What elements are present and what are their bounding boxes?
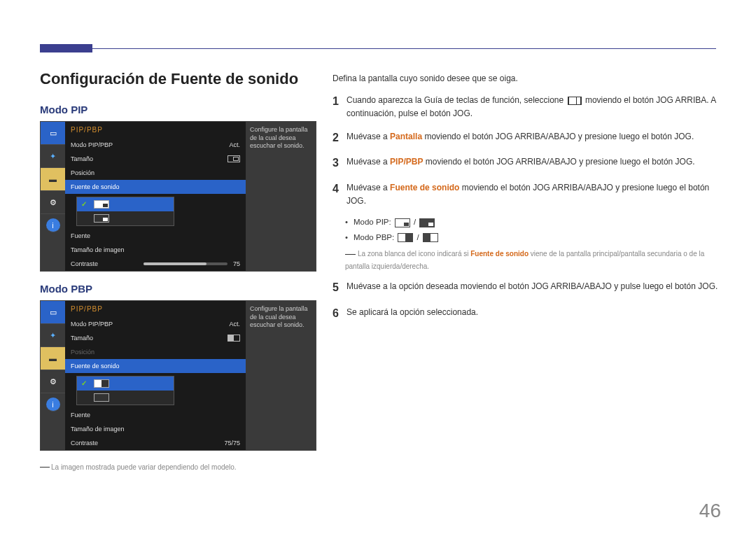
osd-row-contraste: Contraste75 <box>65 257 246 271</box>
pip-sub-icon <box>94 214 109 223</box>
monitor-icon: ▭ <box>41 122 65 145</box>
osd-row-posicion: Posición <box>65 345 246 359</box>
header-rule <box>40 48 716 49</box>
dropdown-option-sub <box>77 211 174 225</box>
check-icon: ✓ <box>81 200 90 209</box>
osd-sidebar: ▭ ✦ ▬ ⚙ i <box>41 301 65 450</box>
osd-row-mode: Modo PIP/PBPAct. <box>65 138 246 152</box>
check-icon: ✓ <box>81 379 90 388</box>
pip-sub-chip-icon <box>419 218 435 227</box>
mode-pbp-heading: Modo PBP <box>40 283 320 295</box>
pbp-right-chip-icon <box>423 233 438 242</box>
step-5: 5 Muévase a la opción deseada moviendo e… <box>332 279 724 297</box>
pip-main-chip-icon <box>395 218 410 227</box>
osd-screenshot-pip: ▭ ✦ ▬ ⚙ i PIP/PBP Modo PIP/PBPAct. Tamañ… <box>40 121 316 272</box>
osd-row-tam-imagen: Tamaño de imagen <box>65 422 246 436</box>
osd-header: PIP/PBP <box>65 122 246 138</box>
intro-text: Defina la pantalla cuyo sonido desee que… <box>332 72 724 85</box>
step-3: 3 Muévase a PIP/PBP moviendo el botón JO… <box>332 154 724 172</box>
osd-row-fuente-sonido: Fuente de sonido <box>65 180 246 194</box>
info-icon: i <box>46 398 60 412</box>
dropdown-option-left: ✓ <box>77 377 174 391</box>
info-icon: i <box>46 218 60 232</box>
dpad-icon: ✦ <box>41 145 65 168</box>
right-column: Defina la pantalla cuyo sonido desee que… <box>332 72 724 330</box>
osd-header: PIP/PBP <box>65 301 246 317</box>
osd-row-tam-imagen: Tamaño de imagen <box>65 243 246 257</box>
icon-explanation-note: ―La zona blanca del icono indicará si Fu… <box>345 246 724 272</box>
dropdown-option-right <box>77 391 174 405</box>
step-4: 4 Muévase a Fuente de sonido moviendo el… <box>332 180 724 208</box>
step-2: 2 Muévase a Pantalla moviendo el botón J… <box>332 129 724 147</box>
dpad-icon: ✦ <box>41 324 65 347</box>
osd-help-text: Configure la pantalla de la cual desea e… <box>246 301 316 450</box>
step-1: 1 Cuando aparezca la Guía de teclas de f… <box>332 92 724 120</box>
osd-menu: PIP/PBP Modo PIP/PBPAct. Tamaño Posición… <box>65 301 246 450</box>
gear-icon: ⚙ <box>41 191 65 214</box>
osd-row-mode: Modo PIP/PBPAct. <box>65 317 246 331</box>
osd-dropdown: ✓ <box>65 194 246 229</box>
osd-row-fuente: Fuente <box>65 229 246 243</box>
monitor-icon: ▭ <box>41 301 65 324</box>
osd-row-posicion: Posición <box>65 166 246 180</box>
image-footnote: ―La imagen mostrada puede variar dependi… <box>40 461 320 472</box>
mode-pip-heading: Modo PIP <box>40 104 320 115</box>
osd-dropdown: ✓ <box>65 373 246 408</box>
bullet-modo-pip: Modo PIP: / <box>345 216 724 228</box>
dropdown-option-main: ✓ <box>77 197 174 211</box>
size-icon <box>227 335 240 342</box>
section-title: Configuración de Fuente de sonido <box>40 70 320 88</box>
card-icon: ▬ <box>41 168 65 191</box>
function-key-icon <box>568 97 582 105</box>
osd-row-tamano: Tamaño <box>65 331 246 345</box>
contrast-slider <box>144 262 227 265</box>
page-number: 46 <box>699 500 721 522</box>
card-icon: ▬ <box>41 347 65 370</box>
osd-row-fuente-sonido: Fuente de sonido <box>65 359 246 373</box>
osd-row-tamano: Tamaño <box>65 152 246 166</box>
osd-help-text: Configure la pantalla de la cual desea e… <box>246 122 316 271</box>
osd-menu: PIP/PBP Modo PIP/PBPAct. Tamaño Posición… <box>65 122 246 271</box>
pip-main-icon <box>94 200 109 209</box>
osd-row-fuente: Fuente <box>65 408 246 422</box>
osd-sidebar: ▭ ✦ ▬ ⚙ i <box>41 122 65 271</box>
pbp-left-chip-icon <box>398 233 413 242</box>
size-icon <box>227 155 240 162</box>
pbp-right-icon <box>94 393 109 402</box>
osd-screenshot-pbp: ▭ ✦ ▬ ⚙ i PIP/PBP Modo PIP/PBPAct. Tamañ… <box>40 300 316 451</box>
step-6: 6 Se aplicará la opción seleccionada. <box>332 304 724 323</box>
bullet-modo-pbp: Modo PBP: / <box>345 231 724 244</box>
left-column: Configuración de Fuente de sonido Modo P… <box>40 70 320 472</box>
mode-icon-list: Modo PIP: / Modo PBP: / <box>345 216 724 244</box>
pbp-left-icon <box>94 379 109 388</box>
gear-icon: ⚙ <box>41 370 65 393</box>
osd-row-contraste: Contraste75/75 <box>65 436 246 450</box>
